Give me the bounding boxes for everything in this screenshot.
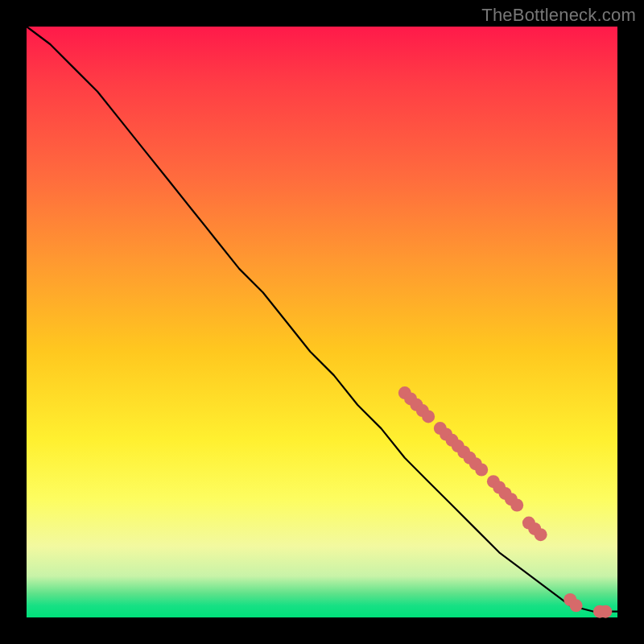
marker-point xyxy=(510,499,523,512)
chart-overlay xyxy=(27,27,617,617)
highlighted-points xyxy=(398,386,613,618)
marker-point xyxy=(422,410,435,423)
chart-frame: TheBottleneck.com xyxy=(0,0,644,644)
marker-point xyxy=(535,528,547,541)
marker-point xyxy=(570,599,583,612)
marker-point xyxy=(599,605,612,618)
marker-point xyxy=(475,464,488,477)
watermark-label: TheBottleneck.com xyxy=(481,5,636,26)
plot-area xyxy=(27,27,617,617)
